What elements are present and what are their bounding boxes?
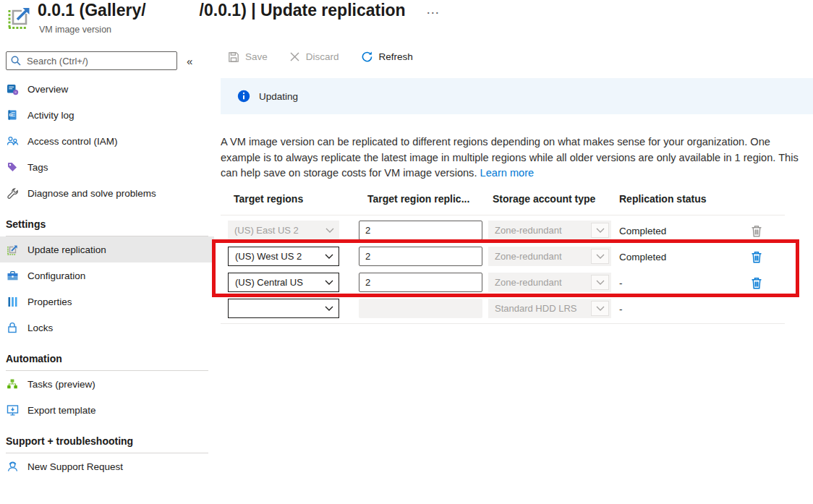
update-replication-icon <box>6 243 19 256</box>
col-header-replication-status: Replication status <box>619 193 707 205</box>
chevron-down-icon <box>591 249 609 264</box>
sidebar-item-label: Configuration <box>27 270 85 281</box>
replica-count-cell <box>359 273 482 292</box>
delete-region-button[interactable] <box>751 244 762 270</box>
replication-description: A VM image version can be replicated to … <box>221 134 801 181</box>
chevron-down-icon <box>591 301 609 316</box>
more-menu-button[interactable]: … <box>426 2 440 16</box>
properties-bars-icon <box>6 295 19 308</box>
refresh-icon <box>361 51 373 63</box>
storage-type-dropdown[interactable]: Zone-redundant <box>488 221 611 240</box>
replica-count-input[interactable] <box>359 273 482 292</box>
replica-count-input <box>359 299 482 318</box>
sidebar-item-label: Update replication <box>27 244 106 255</box>
replica-count-cell <box>359 299 482 318</box>
sidebar-item-locks[interactable]: Locks <box>0 315 214 341</box>
trash-icon <box>751 277 762 289</box>
activity-log-icon <box>6 108 19 121</box>
sidebar-item-diagnose[interactable]: Diagnose and solve problems <box>0 180 214 206</box>
storage-type-value: Zone-redundant <box>495 277 591 288</box>
sidebar-item-overview[interactable]: Overview <box>0 76 214 102</box>
table-bottom-divider <box>221 323 785 324</box>
updating-info-banner: Updating <box>221 78 813 114</box>
main-content: Save Discard Refresh Updating A VM image… <box>221 43 813 504</box>
page-title: 0.0.1 (Gallery/ /0.0.1) | Update replica… <box>38 1 440 20</box>
trash-icon <box>751 251 762 263</box>
sidebar-section-settings: Settings <box>6 218 208 236</box>
chevron-down-icon <box>591 223 609 238</box>
storage-type-dropdown[interactable]: Standard HDD LRS <box>488 299 611 318</box>
sidebar-item-label: Access control (IAM) <box>27 136 118 147</box>
sidebar-search-box[interactable] <box>6 51 177 70</box>
sidebar-item-label: Overview <box>27 84 68 95</box>
sidebar-item-configuration[interactable]: Configuration <box>0 262 214 289</box>
sidebar-item-label: Locks <box>27 323 53 333</box>
access-control-iam-icon <box>6 134 19 148</box>
page-title-left: 0.0.1 (Gallery/ <box>38 1 146 20</box>
support-headset-icon <box>6 460 19 473</box>
tags-icon <box>6 161 19 174</box>
sidebar-item-label: New Support Request <box>27 461 123 472</box>
tasks-flowchart-icon <box>6 377 19 390</box>
chevron-down-icon <box>325 280 333 286</box>
chevron-down-icon <box>325 306 333 312</box>
table-row-east-us-2: (US) East US 2 Zone-redundant Completed <box>221 218 813 244</box>
storage-type-value: Zone-redundant <box>495 251 591 262</box>
export-template-icon <box>6 403 19 417</box>
collapse-sidebar-button[interactable]: « <box>187 55 192 67</box>
refresh-button-label: Refresh <box>379 51 413 62</box>
sidebar-item-tasks[interactable]: Tasks (preview) <box>0 371 214 397</box>
replica-count-input[interactable] <box>359 247 482 266</box>
sidebar-item-label: Tasks (preview) <box>27 379 95 390</box>
sidebar-item-update-replication[interactable]: Update replication <box>0 236 214 262</box>
sidebar-item-label: Diagnose and solve problems <box>27 188 156 199</box>
info-icon <box>237 90 250 103</box>
chevron-down-icon <box>325 254 333 260</box>
replication-status: - <box>619 270 623 296</box>
chevron-down-icon <box>591 275 609 290</box>
sidebar-item-export-template[interactable]: Export template <box>0 397 214 423</box>
learn-more-link[interactable]: Learn more <box>480 167 535 179</box>
replica-count-cell <box>359 247 482 266</box>
replication-status: - <box>619 296 623 322</box>
storage-type-dropdown[interactable]: Zone-redundant <box>488 247 611 266</box>
sidebar-item-label: Properties <box>27 296 72 307</box>
search-icon <box>11 56 21 66</box>
region-dropdown[interactable]: (US) East US 2 <box>228 221 339 240</box>
sidebar-item-tags[interactable]: Tags <box>0 154 214 180</box>
save-button[interactable]: Save <box>228 51 268 63</box>
delete-region-button[interactable] <box>751 218 762 244</box>
sidebar-search-row: « <box>6 51 208 70</box>
vm-image-version-icon <box>6 4 33 31</box>
sidebar-item-label: Tags <box>27 162 48 173</box>
save-button-label: Save <box>245 51 268 62</box>
sidebar-item-new-support-request[interactable]: New Support Request <box>0 453 214 479</box>
update-replication-page: 0.0.1 (Gallery/ /0.0.1) | Update replica… <box>0 0 813 504</box>
discard-button[interactable]: Discard <box>289 51 339 62</box>
delete-region-button[interactable] <box>751 270 762 296</box>
sidebar-item-properties[interactable]: Properties <box>0 289 214 315</box>
storage-type-dropdown[interactable]: Zone-redundant <box>488 273 611 292</box>
discard-x-icon <box>289 51 300 62</box>
region-dropdown[interactable] <box>228 299 339 318</box>
sidebar-section-automation: Automation <box>6 353 208 371</box>
table-row-central-us: (US) Central US Zone-redundant - <box>221 270 813 296</box>
replication-status: Completed <box>619 244 666 270</box>
trash-icon <box>751 225 762 237</box>
toolbox-icon <box>6 269 19 282</box>
sidebar-item-access-control[interactable]: Access control (IAM) <box>0 128 214 154</box>
region-dropdown[interactable]: (US) Central US <box>228 273 339 292</box>
table-row-west-us-2: (US) West US 2 Zone-redundant Completed <box>221 244 813 270</box>
refresh-button[interactable]: Refresh <box>361 51 413 63</box>
page-header: 0.0.1 (Gallery/ /0.0.1) | Update replica… <box>0 0 813 43</box>
region-dropdown[interactable]: (US) West US 2 <box>228 247 339 266</box>
resource-menu-sidebar: « Overview Activity log Access control (… <box>0 43 214 504</box>
sidebar-item-label: Activity log <box>27 110 75 121</box>
banner-message: Updating <box>259 91 298 102</box>
region-value: (US) East US 2 <box>234 225 325 236</box>
search-input[interactable] <box>25 55 172 67</box>
sidebar-item-activity-log[interactable]: Activity log <box>0 102 214 128</box>
replica-count-input[interactable] <box>359 221 482 240</box>
discard-button-label: Discard <box>306 51 339 62</box>
replication-table-rows: (US) East US 2 Zone-redundant Completed <box>221 218 813 322</box>
